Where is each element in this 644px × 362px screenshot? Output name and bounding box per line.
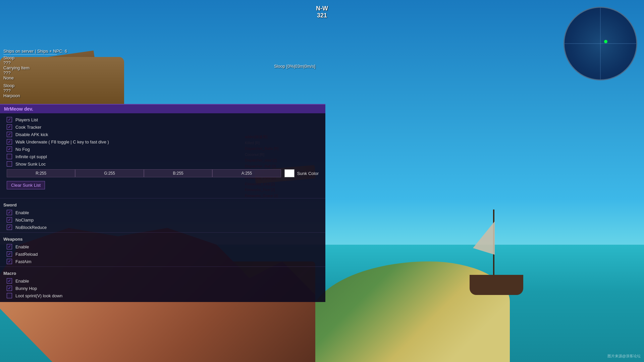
checkbox-weapons-fastaim[interactable] [7, 259, 12, 264]
label-macro-bunnyhop: Bunny Hop [15, 286, 37, 291]
server-info-text: Ships on server | Ships + NPC: 6 [3, 49, 67, 54]
macro-section-label: Macro [0, 268, 325, 277]
label-players-list: Players List [15, 117, 38, 122]
menu-content: Players List Cook Tracker Disable AFK ki… [0, 113, 325, 302]
checkbox-sword-enable[interactable] [7, 210, 12, 215]
compass-lines [565, 8, 636, 79]
label-show-sunk: Show Sunk Loc [15, 162, 46, 167]
checkbox-cook-tracker[interactable] [7, 124, 12, 130]
ship-pos-2: ??? [3, 88, 67, 93]
ship-pos-1: ??? [3, 60, 67, 65]
sunk-color-label: Sunk Color [297, 171, 319, 176]
npc-ship [466, 201, 527, 295]
label-disable-afk: Disable AFK kick [15, 132, 48, 137]
checkbox-infinite-cpt[interactable] [7, 154, 12, 159]
checkbox-players-list[interactable] [7, 117, 12, 122]
checkbox-disable-afk[interactable] [7, 132, 12, 137]
r-slider[interactable]: R:255 [7, 169, 75, 177]
section-divider-1 [0, 198, 325, 198]
ship-feature: Harpoon [3, 93, 67, 98]
carrying-val: ??? [3, 70, 67, 75]
label-infinite-cpt: Infinite cpt suppl [15, 154, 47, 159]
menu-item-infinite-cpt[interactable]: Infinite cpt suppl [0, 153, 325, 160]
label-macro-lootsprint: Loot sprint(V) look down [15, 293, 62, 298]
section-divider-3 [0, 266, 325, 267]
label-macro-enable: Enable [15, 279, 29, 284]
menu-item-macro-enable[interactable]: Enable [0, 277, 325, 285]
label-sword-enable: Enable [15, 210, 29, 215]
section-divider-2 [0, 232, 325, 233]
clear-sunk-list-button[interactable]: Clear Sunk List [7, 181, 45, 189]
label-weapons-fastaim: FastAim [15, 259, 32, 264]
checkbox-show-sunk[interactable] [7, 161, 12, 167]
checkbox-sword-noclamp[interactable] [7, 217, 12, 223]
none-label: None [3, 75, 67, 80]
compass [564, 7, 637, 80]
checkbox-no-fog[interactable] [7, 146, 12, 152]
label-walk-underwater: Walk Underwate ( F8 toggle | C key to fa… [15, 139, 109, 144]
menu-item-weapons-enable[interactable]: Enable [0, 243, 325, 250]
menu-item-walk-underwater[interactable]: Walk Underwate ( F8 toggle | C key to fa… [0, 138, 325, 145]
menu-item-macro-lootsprint[interactable]: Loot sprint(V) look down [0, 292, 325, 299]
ship-hull [470, 275, 523, 295]
checkbox-weapons-fastreload[interactable] [7, 251, 12, 257]
label-weapons-fastreload: FastReload [15, 252, 38, 257]
ship-type-1: Sloop [3, 55, 67, 60]
checkbox-walk-underwater[interactable] [7, 139, 12, 144]
empty-row-1 [0, 191, 325, 197]
heading-degrees: 321 [316, 12, 328, 19]
menu-item-sword-noblockreduce[interactable]: NoBlockReduce [0, 224, 325, 231]
watermark: 图片来源@浪客论坛 [607, 354, 641, 359]
color-row: R:255 G:255 B:255 A:255 Sunk Color [0, 168, 325, 179]
menu-item-disable-afk[interactable]: Disable AFK kick [0, 131, 325, 138]
checkbox-macro-bunnyhop[interactable] [7, 286, 12, 291]
menu-item-no-fog[interactable]: No Fog [0, 145, 325, 153]
weapons-section-label: Weapons [0, 234, 325, 243]
checkbox-sword-noblockreduce[interactable] [7, 225, 12, 230]
carrying-label: Carrying Item [3, 65, 67, 70]
label-sword-noclamp: NoClamp [15, 218, 34, 223]
compass-v-line [600, 8, 601, 79]
heading-direction: N-W [316, 5, 328, 12]
menu-item-show-sunk[interactable]: Show Sunk Loc [0, 160, 325, 168]
label-sword-noblockreduce: NoBlockReduce [15, 225, 47, 230]
checkbox-weapons-enable[interactable] [7, 244, 12, 249]
label-cook-tracker: Cook Tracker [15, 125, 41, 130]
checkbox-macro-lootsprint[interactable] [7, 293, 12, 298]
b-slider[interactable]: B:255 [144, 169, 212, 177]
sunk-color-swatch[interactable] [284, 169, 294, 177]
menu-item-weapons-fastreload[interactable]: FastReload [0, 250, 325, 258]
server-divider [3, 54, 57, 55]
sloop-status: Sloop [0%|03m|0m/s] [274, 64, 315, 69]
label-weapons-enable: Enable [15, 244, 29, 249]
menu-item-sword-enable[interactable]: Enable [0, 209, 325, 216]
menu-header: MrMeow dev. [0, 105, 325, 113]
ship-type-2: Sloop [3, 83, 67, 88]
menu-item-weapons-fastaim[interactable]: FastAim [0, 258, 325, 265]
ship-sail [473, 221, 495, 255]
server-info: Ships on server | Ships + NPC: 6 Sloop ?… [3, 49, 67, 98]
menu-item-players-list[interactable]: Players List [0, 116, 325, 123]
g-slider[interactable]: G:255 [75, 169, 144, 177]
cheat-menu: MrMeow dev. Players List Cook Tracker Di… [0, 104, 325, 302]
menu-item-macro-bunnyhop[interactable]: Bunny Hop [0, 285, 325, 292]
compass-player-dot [604, 40, 607, 43]
sword-section-label: Sword [0, 200, 325, 209]
checkbox-macro-enable[interactable] [7, 278, 12, 284]
menu-item-sword-noclamp[interactable]: NoClamp [0, 216, 325, 224]
label-no-fog: No Fog [15, 147, 30, 152]
heading-display: N-W 321 [316, 5, 328, 19]
a-slider[interactable]: A:255 [212, 169, 281, 177]
menu-item-cook-tracker[interactable]: Cook Tracker [0, 123, 325, 131]
